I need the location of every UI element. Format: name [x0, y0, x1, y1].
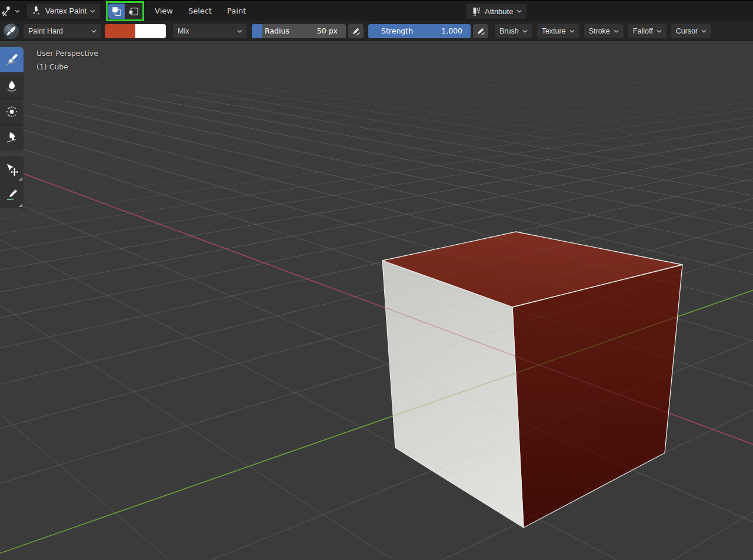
- face-mask-icon: [111, 6, 122, 16]
- move-cursor-icon: [5, 162, 19, 176]
- paint-mask-group: [108, 4, 142, 19]
- blend-mode-select[interactable]: Mix: [173, 24, 247, 38]
- blend-mode-label: Mix: [178, 27, 234, 35]
- brush-name: Paint Hard: [28, 27, 88, 35]
- radius-slider[interactable]: Radius 50 px: [252, 24, 346, 38]
- tool-settings-bar: Paint Hard Mix Radius 50 px: [0, 21, 753, 41]
- tool-paint-brush[interactable]: [0, 47, 24, 73]
- popover-label: Texture: [542, 27, 566, 35]
- chevron-down-icon: [15, 9, 20, 13]
- chevron-down-icon: [517, 9, 522, 13]
- chevron-down-icon: [237, 29, 242, 33]
- tool-average[interactable]: [0, 99, 24, 125]
- primary-color-swatch[interactable]: [105, 24, 135, 38]
- tool-submenu-indicator: [19, 204, 22, 207]
- mode-select[interactable]: Vertex Paint: [27, 4, 100, 19]
- chevron-down-icon: [701, 29, 707, 33]
- strength-pressure-button[interactable]: [473, 24, 488, 38]
- annotate-pen-icon: [5, 188, 19, 202]
- view-name-label: User Perspective: [36, 49, 98, 58]
- paint-brush-icon: [5, 53, 19, 67]
- tool-smear[interactable]: [0, 125, 24, 151]
- average-icon: [5, 105, 19, 119]
- popover-label: Stroke: [589, 27, 610, 35]
- menu-select[interactable]: Select: [188, 6, 212, 15]
- object-name-label: (1) Cube: [36, 62, 68, 71]
- menu-paint[interactable]: Paint: [227, 6, 246, 15]
- brush-popover[interactable]: Brush: [495, 24, 532, 38]
- popover-label: Cursor: [676, 27, 698, 35]
- falloff-popover[interactable]: Falloff: [628, 24, 667, 38]
- chevron-down-icon: [569, 29, 575, 33]
- tool-move[interactable]: [0, 156, 24, 182]
- stylus-pressure-icon: [351, 26, 361, 36]
- utility-tool-group: [0, 156, 24, 208]
- stroke-popover[interactable]: Stroke: [584, 24, 624, 38]
- brush-color-swatches: [105, 24, 166, 38]
- face-mask-toggle[interactable]: [108, 4, 125, 19]
- radius-value: 50 px: [317, 26, 338, 35]
- radius-pressure-button[interactable]: [348, 24, 364, 38]
- attribute-dropdown[interactable]: Attribute: [467, 4, 527, 19]
- attribute-label: Attribute: [485, 7, 513, 16]
- editor-type-button[interactable]: [0, 4, 22, 19]
- editor-type-icon: [1, 5, 14, 18]
- popover-label: Brush: [499, 27, 519, 35]
- cursor-popover[interactable]: Cursor: [671, 24, 712, 38]
- chevron-down-icon: [91, 29, 96, 33]
- blender-window: User Perspective (1) Cube Vertex Paint: [0, 0, 753, 560]
- toolbar: [0, 47, 24, 214]
- smear-icon: [5, 131, 19, 145]
- radius-label: Radius: [265, 26, 317, 35]
- brush-select[interactable]: Paint Hard: [24, 24, 101, 38]
- chevron-down-icon: [614, 29, 619, 33]
- strength-slider[interactable]: Strength 1.000: [368, 24, 471, 38]
- texture-popover[interactable]: Texture: [537, 24, 579, 38]
- menu-bar: View Select Paint: [155, 6, 246, 15]
- popover-label: Falloff: [633, 27, 653, 35]
- blur-droplet-icon: [5, 79, 19, 93]
- menu-view[interactable]: View: [155, 6, 173, 15]
- chevron-down-icon: [657, 29, 662, 33]
- brush-preview-icon: [3, 23, 19, 39]
- paint-tool-group: [0, 47, 24, 151]
- strength-label: Strength: [381, 26, 441, 35]
- viewport-3d[interactable]: [0, 0, 753, 560]
- tool-submenu-indicator: [19, 177, 22, 181]
- tool-annotate[interactable]: [0, 182, 24, 208]
- brush-preview[interactable]: [3, 23, 19, 39]
- strength-value: 1.000: [441, 26, 462, 35]
- stylus-pressure-icon: [476, 26, 485, 36]
- slider-fill: [252, 24, 262, 38]
- vertex-mask-toggle[interactable]: [125, 4, 142, 19]
- mode-label: Vertex Paint: [45, 6, 86, 15]
- topbar: Vertex Paint View Select: [0, 0, 753, 21]
- vertex-paint-mode-icon: [32, 6, 42, 16]
- attribute-icon: [471, 6, 481, 16]
- tool-blur[interactable]: [0, 73, 24, 99]
- vertex-mask-icon: [128, 6, 139, 16]
- chevron-down-icon: [90, 9, 95, 13]
- secondary-color-swatch[interactable]: [135, 24, 166, 38]
- chevron-down-icon: [522, 29, 528, 33]
